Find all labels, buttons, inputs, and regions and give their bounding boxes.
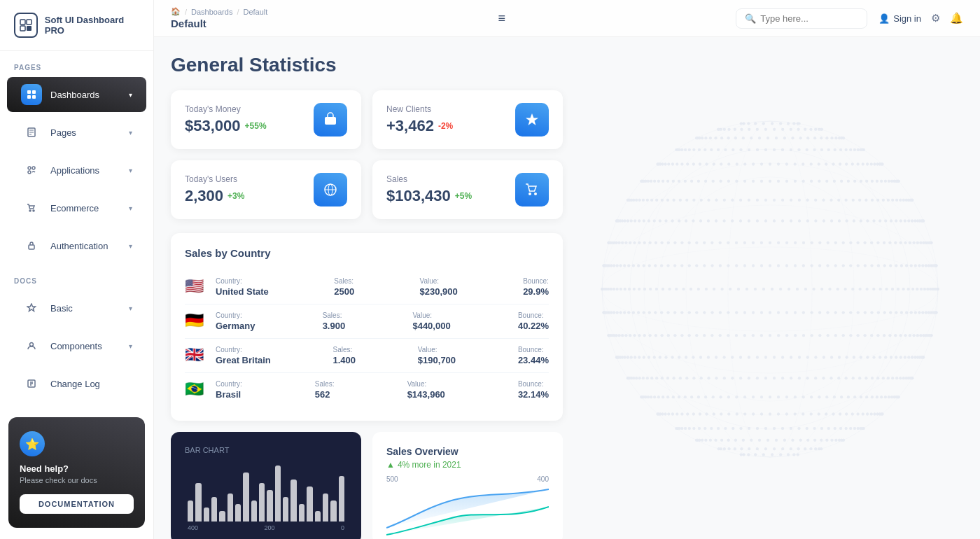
svg-point-13 [32,167,35,169]
sidebar-item-ecommerce[interactable]: Ecommerce ▾ [7,190,146,225]
bar [315,511,321,522]
bar [275,465,281,522]
breadcrumb-dashboards: Dashboards [191,8,232,16]
line-chart-area [386,486,549,539]
logo-text: Soft UI Dashboard PRO [45,15,139,36]
applications-chevron: ▾ [129,167,132,174]
ecommerce-chevron: ▾ [129,204,132,212]
svg-point-15 [29,210,31,211]
sidebar-item-changelog[interactable]: Change Log [7,366,146,401]
bar [227,493,233,522]
sidebar-item-components-label: Components [50,341,102,351]
logo-icon [14,13,38,38]
sidebar-item-basic[interactable]: Basic ▾ [7,290,146,326]
bar [307,486,312,522]
stat-change: +5% [455,191,472,201]
page-content: General Statistics Today's Money $53,000… [154,37,980,539]
signin-button[interactable]: 👤 Sign in [878,13,921,24]
country-bounce: 23.44% [518,355,549,365]
authentication-icon [21,235,42,256]
stat-value: $53,000 +55% [185,117,267,135]
country-sales: 1.400 [333,355,356,365]
sidebar-item-applications-label: Applications [50,165,99,176]
stat-value: $103,430 +5% [386,187,472,205]
hamburger-button[interactable]: ≡ [493,8,512,29]
notification-icon[interactable]: 🔔 [950,12,963,24]
table-row: 🇩🇪 Country: Germany Sales: 3.900 Value: … [185,304,549,339]
svg-point-1810 [528,192,531,195]
sidebar-item-dashboards[interactable]: Dashboards ▾ [7,77,146,112]
svg-rect-17 [29,245,34,249]
bar [283,497,288,522]
country-bounce: 40.22% [518,321,549,331]
svg-rect-5 [32,90,36,94]
stat-icon [515,173,549,206]
stat-change: -2% [438,121,453,131]
authentication-chevron: ▾ [129,242,132,250]
stat-card-today's-money: Today's Money $53,000 +55% [171,90,361,149]
stat-card-sales: Sales $103,430 +5% [372,160,563,219]
search-box: 🔍 [736,8,867,29]
country-name: United State [216,286,269,297]
bar [323,493,328,522]
documentation-button[interactable]: DOCUMENTATION [20,494,134,514]
overview-subtitle: ▲ 4% more in 2021 [386,460,549,470]
sidebar: Soft UI Dashboard PRO PAGES Dashboards ▾ [0,0,154,539]
sidebar-item-basic-label: Basic [50,303,73,314]
help-title: Need help? [20,463,134,474]
table-row: 🇧🇷 Country: Brasil Sales: 562 Value: $14… [185,373,549,407]
stat-change: +55% [245,121,267,131]
svg-point-1811 [534,192,537,195]
svg-point-16 [33,210,34,211]
trend-up-icon: ▲ [386,460,395,470]
svg-rect-0 [20,20,25,24]
sales-country-title: Sales by Country [185,247,549,259]
overview-y-500: 500 [386,475,398,483]
basic-chevron: ▾ [129,304,132,312]
stat-label: New Clients [386,104,453,114]
sidebar-item-pages-label: Pages [50,127,76,138]
country-value: $190,700 [418,355,456,365]
sales-overview-card: Sales Overview ▲ 4% more in 2021 500 400 [372,432,563,539]
changelog-icon [21,373,42,394]
bar [290,479,296,522]
content-wrapper: // Generate globe dots const svgNS = "ht… [154,37,980,539]
bar [330,500,336,522]
sidebar-logo: Soft UI Dashboard PRO [0,0,153,51]
chart-y-label-0: 0 [341,524,344,531]
country-name: Germany [216,321,255,331]
sidebar-item-applications[interactable]: Applications ▾ [7,153,146,188]
country-flag: 🇩🇪 [185,312,207,330]
bar [299,504,304,522]
country-flag: 🇧🇷 [185,380,207,398]
bar-chart-card: BAR CHART 400 200 0 [171,432,361,539]
country-table: 🇺🇸 Country: United State Sales: 2500 Val… [185,270,549,407]
overview-title: Sales Overview [386,446,549,457]
svg-rect-7 [32,95,36,99]
svg-point-14 [28,171,31,174]
svg-rect-2 [20,26,25,31]
sidebar-item-pages[interactable]: Pages ▾ [7,115,146,150]
country-bounce: 29.9% [523,286,549,297]
bar [188,500,193,522]
sidebar-item-components[interactable]: Components ▾ [7,328,146,363]
pages-chevron: ▾ [129,129,132,136]
country-bounce: 32.14% [518,389,549,400]
stat-card-new-clients: New Clients +3,462 -2% [372,90,563,149]
sidebar-item-authentication[interactable]: Authentication ▾ [7,228,146,263]
bar [235,504,241,522]
bar [243,472,248,522]
stat-label: Today's Money [185,104,267,114]
svg-rect-3 [27,26,31,31]
dashboards-icon [21,84,42,105]
bar-chart-area [185,458,347,522]
bar [339,476,344,522]
breadcrumb-default: Default [243,8,267,16]
country-sales: 3.900 [323,321,346,331]
sidebar-item-dashboards-label: Dashboards [50,90,99,100]
svg-rect-4 [27,90,31,94]
search-input[interactable] [760,13,858,24]
docs-section-label: DOCS [0,265,153,289]
components-chevron: ▾ [129,342,132,350]
settings-icon[interactable]: ⚙ [931,12,940,24]
